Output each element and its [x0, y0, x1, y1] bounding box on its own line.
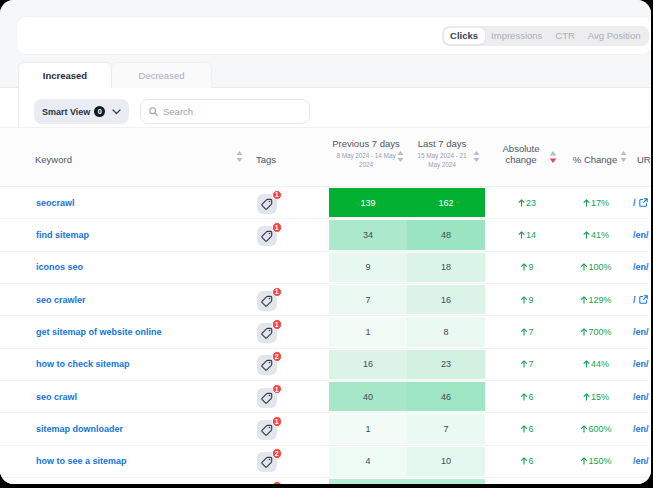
url-link[interactable]: /en/ [633, 392, 649, 402]
keyword-link[interactable]: seo crawl [36, 392, 77, 402]
search-box [140, 99, 310, 124]
url-link[interactable]: /en/ [633, 456, 649, 466]
previous-period-cell: 34 [329, 220, 407, 249]
search-input[interactable] [163, 106, 301, 117]
metric-tab-clicks[interactable]: Clicks [444, 28, 485, 44]
tab-decreased[interactable]: Decreased [112, 62, 212, 88]
url-link[interactable]: / [633, 295, 648, 305]
tag-button[interactable]: 1 [257, 291, 277, 311]
url-link[interactable]: /en/ [633, 359, 649, 369]
metric-tab-impressions[interactable]: Impressions [485, 28, 549, 44]
smart-view-dropdown[interactable]: Smart View 0 [34, 99, 129, 124]
table-row[interactable]: seo crawler 1 7 16 9 129% / [0, 284, 651, 316]
column-header-percent-change[interactable]: % Change [573, 154, 617, 165]
keyword-link[interactable]: how to see a sitemap [36, 456, 127, 466]
last-period-cell: 16 [407, 285, 485, 314]
up-arrow-icon [518, 199, 525, 207]
last-period-cell: 46 [407, 382, 485, 411]
metric-tab-avg-position[interactable]: Avg Position [581, 28, 647, 44]
previous-period-cell: 1 [329, 414, 407, 443]
percent-change-value: 600% [580, 424, 611, 434]
table-row[interactable]: seo crawl 1 40 46 6 15% /en/ [0, 381, 651, 413]
up-arrow-icon [580, 457, 587, 465]
url-link[interactable]: /en/ [633, 262, 649, 272]
up-arrow-icon [583, 199, 590, 207]
tag-button[interactable]: 2 [257, 452, 277, 472]
search-icon [149, 107, 158, 116]
tab-increased[interactable]: Increased [18, 62, 112, 88]
sort-icon-keyword[interactable] [236, 151, 243, 162]
previous-period-cell: 7 [329, 285, 407, 314]
external-link-icon [639, 198, 648, 207]
column-header-absolute-change[interactable]: Absolute change [503, 143, 540, 165]
keyword-link[interactable]: sitemap downloader [36, 424, 123, 434]
tag-count-badge: 2 [272, 351, 283, 362]
metric-tab-ctr[interactable]: CTR [549, 28, 582, 44]
absolute-change-value: 9 [520, 262, 533, 272]
up-arrow-icon [583, 231, 590, 239]
tag-button[interactable]: 1 [257, 194, 277, 214]
url-link[interactable]: /en/ [633, 230, 649, 240]
keyword-link[interactable]: seo crawler [36, 295, 86, 305]
keyword-link[interactable]: iconos seo [36, 262, 83, 272]
last-period-cell: 8 [407, 317, 485, 346]
tag-button[interactable]: 2 [257, 355, 277, 375]
keyword-link[interactable]: get sitemap of website online [36, 327, 162, 337]
percent-change-value: 17% [583, 198, 609, 208]
tag-button[interactable]: 1 [257, 323, 277, 343]
tag-button[interactable]: 1 [257, 420, 277, 440]
last-period-cell: 10 [407, 447, 485, 476]
percent-change-value: 15% [583, 392, 609, 402]
up-arrow-icon [520, 457, 527, 465]
sort-icon-previous[interactable] [397, 151, 404, 162]
last-period-cell: 48 [407, 220, 485, 249]
up-arrow-icon [580, 296, 587, 304]
tag-button[interactable]: 1 [257, 226, 277, 246]
last-period-cell: 162 [407, 188, 485, 217]
absolute-change-value: 9 [520, 295, 533, 305]
table-row[interactable]: seocrawl 1 139 162 23 17% / [0, 187, 651, 219]
absolute-change-value: 6 [520, 424, 533, 434]
table-row[interactable]: get sitemap of website online 1 1 8 7 70… [0, 316, 651, 348]
previous-period-cell: 9 [329, 253, 407, 282]
table-row[interactable]: iconos seo 9 18 9 100% /en/ [0, 252, 651, 284]
keyword-link[interactable]: how to check sitemap [36, 359, 130, 369]
sort-icon-percent-change[interactable] [620, 151, 627, 162]
previous-period-cell: 1 [329, 317, 407, 346]
keyword-link[interactable]: find sitemap [36, 230, 89, 240]
table-row[interactable]: how to check sitemap 2 16 23 7 44% /e [0, 349, 651, 381]
column-header-url[interactable]: URL [637, 154, 651, 165]
table-row[interactable]: how to see a sitemap 2 4 10 6 150% /e [0, 446, 651, 478]
column-header-keyword[interactable]: Keyword [35, 154, 72, 165]
smart-view-label: Smart View [42, 107, 90, 117]
up-arrow-icon [520, 425, 527, 433]
url-link[interactable]: /en/ [633, 327, 649, 337]
up-arrow-icon [580, 328, 587, 336]
up-arrow-icon [580, 263, 587, 271]
up-arrow-icon [583, 393, 590, 401]
tag-button[interactable]: 1 [257, 388, 277, 408]
previous-period-cell: 16 [329, 350, 407, 379]
table-row[interactable] [0, 478, 651, 484]
tag-count-badge: 1 [272, 384, 283, 395]
url-link[interactable]: / [633, 198, 648, 208]
sort-icon-last[interactable] [473, 151, 480, 162]
table-row[interactable]: find sitemap 1 34 48 14 41% /en/ [0, 219, 651, 251]
percent-change-value: 129% [580, 295, 611, 305]
keyword-link[interactable]: seocrawl [36, 198, 75, 208]
sort-icon-absolute-change-active[interactable] [549, 151, 556, 162]
smart-view-count-badge: 0 [94, 106, 105, 117]
external-link-icon [639, 295, 648, 304]
tag-count-badge: 1 [272, 287, 283, 298]
column-header-tags[interactable]: Tags [256, 154, 276, 165]
absolute-change-value: 14 [518, 230, 536, 240]
up-arrow-icon [520, 263, 527, 271]
up-arrow-icon [580, 425, 587, 433]
top-section: ClicksImpressionsCTRAvg Position Increas… [0, 0, 651, 88]
url-link[interactable]: /en/ [633, 424, 649, 434]
column-header-previous[interactable]: Previous 7 days 8 May 2024 - 14 May 2024 [332, 138, 400, 169]
dashboard-card: ClicksImpressionsCTRAvg Position Increas… [0, 0, 651, 484]
column-header-last[interactable]: Last 7 days 15 May 2024 - 21 May 2024 [418, 138, 467, 169]
table-row[interactable]: sitemap downloader 1 1 7 6 600% /en/ [0, 413, 651, 445]
table-header: Keyword Tags Previous 7 days 8 May 2024 … [0, 127, 651, 187]
